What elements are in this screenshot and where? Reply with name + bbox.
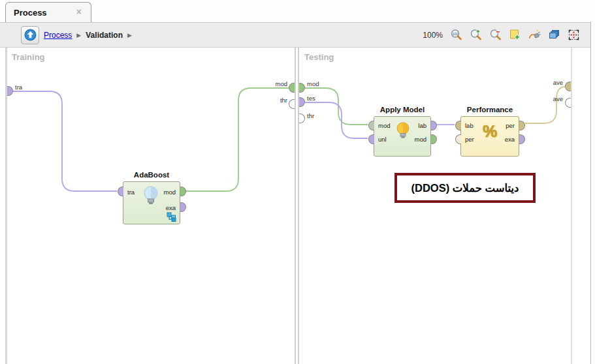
training-panel-label: Training: [12, 52, 45, 62]
breadcrumb-separator-icon: ▶: [76, 32, 81, 38]
tab-process[interactable]: Process ×: [5, 2, 91, 22]
percent-icon: %: [461, 122, 519, 141]
connection-mod-to-applymodel[interactable]: [305, 88, 368, 125]
port-label: mod: [415, 136, 426, 144]
operator-performance[interactable]: Performance lab per per exa %: [460, 116, 519, 157]
port-label: thr: [263, 97, 287, 104]
tab-bar: Process ×: [0, 0, 595, 22]
operator-apply-model[interactable]: Apply Model mod unl lab mod: [374, 116, 431, 157]
subprocess-divider: [295, 48, 296, 364]
port-label: ave: [536, 79, 563, 87]
result-port-ave-2[interactable]: [565, 98, 571, 108]
window-edge: [590, 22, 591, 364]
testing-in-port-thr[interactable]: [299, 114, 305, 123]
annotation-text: ديتاست حملات (DDOS): [411, 182, 519, 194]
training-out-port-thr[interactable]: [289, 99, 295, 109]
port-label: exa: [166, 204, 176, 212]
breadcrumb-current[interactable]: Validation: [86, 31, 123, 40]
auto-wire-icon[interactable]: [528, 29, 541, 41]
port-label: tes: [307, 95, 315, 102]
source-port-tra[interactable]: [7, 86, 13, 96]
connection-tra-to-adaboost[interactable]: [13, 91, 117, 191]
arrange-icon[interactable]: [548, 29, 560, 41]
port-label: tra: [127, 189, 135, 196]
port-label: thr: [307, 112, 314, 120]
port-label: mod: [378, 122, 390, 130]
up-arrow-icon: [24, 29, 37, 41]
applymodel-out-port-lab[interactable]: [431, 121, 437, 130]
port-label: mod: [164, 189, 176, 196]
performance-in-port-lab[interactable]: [455, 121, 461, 130]
tab-title: Process: [14, 8, 47, 18]
navigate-up-button[interactable]: [21, 26, 39, 44]
add-note-icon[interactable]: [509, 29, 521, 41]
close-icon[interactable]: ×: [76, 7, 82, 16]
port-label: mod: [263, 80, 287, 88]
zoom-controls: 100% 100: [423, 29, 580, 41]
testing-in-port-mod[interactable]: [299, 83, 305, 93]
applymodel-in-port-mod[interactable]: [368, 121, 374, 130]
breadcrumb-root-link[interactable]: Process: [44, 31, 72, 40]
result-port-ave-1[interactable]: [565, 82, 571, 91]
operator-title: AdaBoost: [117, 171, 186, 179]
testing-in-port-tes[interactable]: [299, 97, 305, 107]
blue-lightbulb-icon: [143, 186, 159, 208]
subprocess-divider: [298, 48, 299, 364]
process-canvas[interactable]: Training Testing tra mod thr mod tes thr…: [0, 48, 590, 364]
connection-performance-to-ave[interactable]: [525, 87, 565, 123]
port-label: mod: [307, 80, 319, 88]
port-label: unl: [378, 136, 387, 144]
performance-out-port-exa[interactable]: [519, 134, 525, 144]
zoom-level-label: 100%: [423, 31, 443, 40]
adaboost-in-port-tra[interactable]: [118, 187, 123, 196]
breadcrumb: Process ▶ Validation ▶: [21, 26, 132, 44]
port-label: lab: [418, 122, 426, 130]
process-annotation[interactable]: ديتاست حملات (DDOS): [394, 173, 536, 203]
adaboost-out-port-exa[interactable]: [180, 202, 186, 212]
yellow-lightbulb-icon: [396, 122, 410, 142]
subprocess-icon: [166, 212, 177, 222]
adaboost-out-port-mod[interactable]: [180, 187, 186, 196]
zoom-in-icon[interactable]: [470, 29, 482, 41]
svg-text:100: 100: [452, 32, 458, 36]
breadcrumb-separator-icon: ▶: [127, 32, 132, 38]
operator-title: Apply Model: [368, 106, 437, 114]
operator-title: Performance: [455, 106, 525, 114]
port-label: tra: [15, 83, 22, 91]
training-out-port-mod[interactable]: [289, 83, 295, 93]
performance-in-port-per[interactable]: [455, 134, 461, 144]
connection-tes-to-applymodel[interactable]: [305, 102, 368, 138]
zoom-out-icon[interactable]: [489, 29, 502, 41]
process-toolbar: Process ▶ Validation ▶ 100% 100: [0, 22, 590, 48]
zoom-reset-icon[interactable]: 100: [450, 29, 462, 41]
applymodel-out-port-mod[interactable]: [431, 134, 437, 144]
canvas-right-wall: [571, 48, 572, 364]
rapidminer-process-window: Process × Process ▶ Validation ▶ 100% 10…: [0, 0, 595, 364]
operator-adaboost[interactable]: AdaBoost tra mod exa: [123, 181, 180, 224]
performance-out-port-per[interactable]: [519, 121, 525, 130]
port-label: ave: [536, 95, 563, 103]
testing-panel-label: Testing: [304, 52, 334, 62]
applymodel-in-port-unl[interactable]: [368, 134, 374, 144]
fit-view-icon[interactable]: [568, 29, 580, 41]
